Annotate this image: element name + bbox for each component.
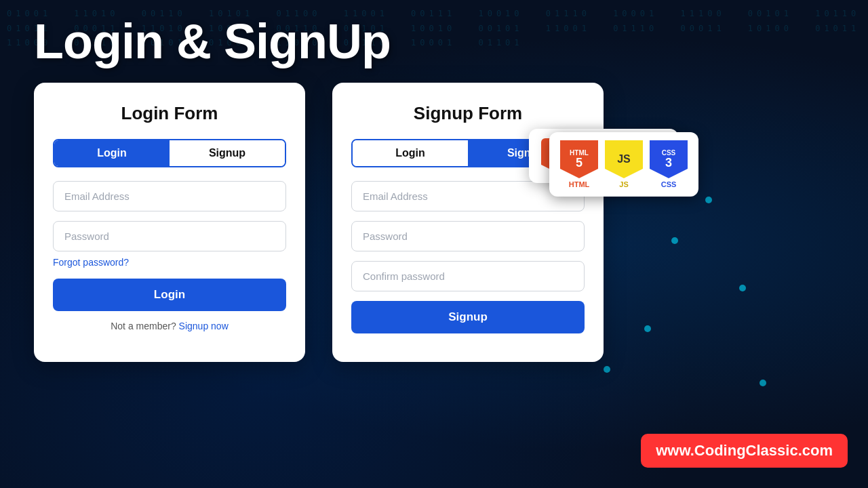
signup-now-link[interactable]: Signup now xyxy=(179,321,229,331)
page-wrapper: Login & SignUp Login Form Login Signup F… xyxy=(0,0,868,488)
signup-submit-button[interactable]: Signup xyxy=(351,301,585,333)
signup-password-input[interactable] xyxy=(351,221,585,251)
login-form-card: Login Form Login Signup Forgot password?… xyxy=(34,83,305,362)
css3-icon: CSS 3 xyxy=(650,140,688,178)
html5-badge: HTML 5 HTML xyxy=(560,140,598,188)
signup-tab-login-btn[interactable]: Login xyxy=(353,140,468,166)
js-label: JS xyxy=(619,180,628,188)
tech-stack-badge: HTML 5 HTML JS JS CSS 3 CSS xyxy=(549,132,698,197)
member-text: Not a member? Signup now xyxy=(53,321,286,331)
login-form-title: Login Form xyxy=(53,103,286,124)
js-badge: JS JS xyxy=(605,140,643,188)
login-submit-button[interactable]: Login xyxy=(53,279,286,311)
login-email-input[interactable] xyxy=(53,181,286,211)
login-password-input[interactable] xyxy=(53,221,286,251)
css3-badge: CSS 3 CSS xyxy=(650,140,688,188)
css3-label: CSS xyxy=(661,180,677,188)
url-text: www.CodingClassic.com xyxy=(656,442,833,459)
html5-label: HTML xyxy=(569,180,590,188)
login-tab-signup-btn[interactable]: Signup xyxy=(170,140,285,166)
signup-confirm-password-input[interactable] xyxy=(351,261,585,291)
forgot-password-link[interactable]: Forgot password? xyxy=(53,257,286,268)
not-member-label: Not a member? xyxy=(111,321,176,331)
html5-icon: HTML 5 xyxy=(560,140,598,178)
login-tab-login-btn[interactable]: Login xyxy=(54,140,170,166)
login-tab-switcher: Login Signup xyxy=(53,139,286,167)
signup-form-card: Signup Form Login Signup Signup xyxy=(332,83,604,362)
js-icon: JS xyxy=(605,140,643,178)
page-title: Login & SignUp xyxy=(34,14,391,69)
url-badge: www.CodingClassic.com xyxy=(641,434,848,468)
signup-form-title: Signup Form xyxy=(351,103,585,124)
forms-container: Login Form Login Signup Forgot password?… xyxy=(34,83,604,362)
